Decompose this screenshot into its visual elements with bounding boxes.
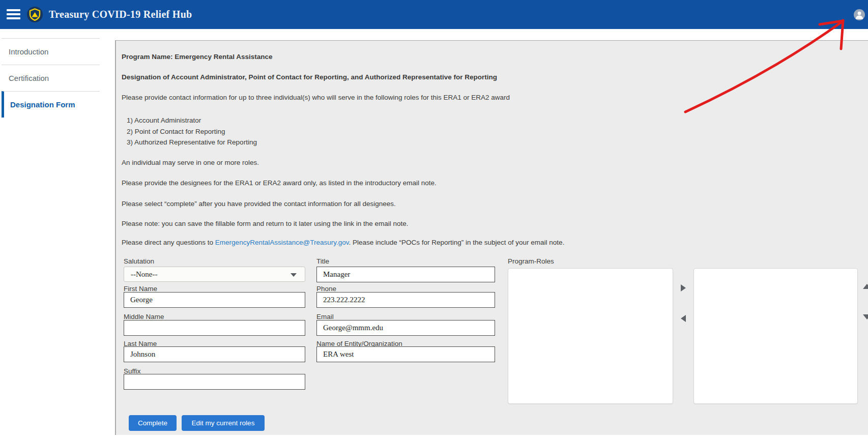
note-designees: Please provide the designees for the ERA… — [122, 179, 437, 187]
support-email-link[interactable]: EmergencyRentalAssistance@Treasury.gov — [215, 239, 349, 246]
middle-name-input[interactable] — [124, 320, 305, 336]
chevron-down-icon — [291, 273, 297, 277]
complete-button[interactable]: Complete — [129, 415, 177, 431]
note-multiple-roles: An individual may serve in one or more r… — [122, 159, 259, 167]
designation-form-panel: Program Name: Emergency Rental Assistanc… — [115, 40, 868, 435]
app-title: Treasury COVID-19 Relief Hub — [49, 0, 192, 29]
first-name-label: First Name — [124, 285, 157, 293]
title-label: Title — [316, 257, 329, 265]
note-questions: Please direct any questions to Emergency… — [122, 239, 564, 247]
questions-suffix: . Please include “POCs for Reporting” in… — [349, 239, 564, 246]
program-roles-available-listbox[interactable] — [508, 268, 673, 404]
salutation-select[interactable]: --None-- — [124, 267, 305, 282]
first-name-input[interactable] — [124, 292, 305, 308]
sidebar-item-certification[interactable]: Certification — [2, 65, 100, 91]
program-roles-selected-listbox[interactable] — [693, 268, 858, 404]
treasury-logo-icon — [27, 7, 43, 22]
salutation-label: Salutation — [124, 257, 154, 265]
sidebar-nav-list: Introduction Certification Designation F… — [2, 38, 100, 118]
bottom-strip — [0, 435, 868, 437]
role-list-item: 1) Account Administrator — [127, 116, 201, 124]
phone-label: Phone — [316, 285, 336, 293]
edit-current-roles-button[interactable]: Edit my current roles — [182, 415, 265, 431]
user-profile-icon[interactable] — [854, 9, 865, 20]
move-left-icon[interactable] — [681, 315, 686, 322]
entity-name-input[interactable] — [316, 346, 495, 362]
sidebar-item-designation-form[interactable]: Designation Form — [2, 91, 100, 118]
title-input[interactable] — [316, 267, 495, 282]
sidebar-item-introduction[interactable]: Introduction — [2, 38, 100, 65]
designation-heading: Designation of Account Administrator, Po… — [122, 73, 497, 81]
role-list-item: 3) Authorized Representative for Reporti… — [127, 138, 257, 146]
move-down-icon[interactable] — [863, 314, 868, 319]
move-right-icon[interactable] — [681, 284, 686, 292]
treasury-relief-hub-page: { "header": { "title": "Treasury COVID-1… — [0, 0, 868, 437]
middle-name-label: Middle Name — [124, 313, 164, 321]
email-label: Email — [316, 313, 334, 321]
last-name-input[interactable] — [124, 346, 305, 362]
email-input[interactable] — [316, 320, 495, 336]
suffix-input[interactable] — [124, 374, 305, 390]
hamburger-menu-icon[interactable] — [7, 9, 20, 20]
note-complete: Please select “complete” after you have … — [122, 200, 396, 208]
role-list-item: 2) Point of Contact for Reporting — [127, 128, 225, 135]
note-save-form: Please note: you can save the fillable f… — [122, 220, 409, 228]
move-up-icon[interactable] — [863, 284, 868, 289]
sidebar-nav: Introduction Certification Designation F… — [0, 29, 115, 437]
salutation-selected-value: --None-- — [124, 270, 157, 279]
program-name-text: Program Name: Emergency Rental Assistanc… — [122, 53, 273, 61]
questions-prefix: Please direct any questions to — [122, 239, 215, 246]
intro-paragraph: Please provide contact information for u… — [122, 94, 510, 102]
app-header: Treasury COVID-19 Relief Hub — [0, 0, 868, 29]
program-roles-label: Program-Roles — [508, 257, 554, 265]
phone-input[interactable] — [316, 292, 495, 308]
